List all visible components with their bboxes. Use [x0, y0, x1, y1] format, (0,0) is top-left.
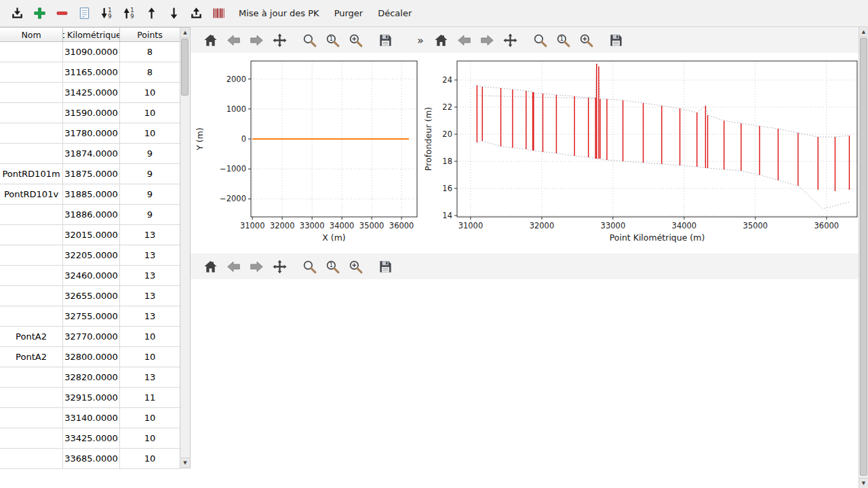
delete-button[interactable] — [52, 3, 72, 24]
import-button[interactable] — [7, 3, 27, 24]
table-row[interactable]: PontRD101m31875.00009 — [0, 164, 180, 184]
zoom-original-button[interactable]: 1 — [323, 258, 341, 275]
table-row[interactable]: 31780.000010 — [0, 123, 180, 144]
home-button[interactable] — [201, 258, 219, 275]
scroll-up-icon[interactable]: ▲ — [180, 28, 190, 38]
sort-desc-button[interactable]: 19 — [96, 3, 117, 24]
home-icon — [433, 33, 449, 48]
table-row[interactable]: 32755.000013 — [0, 306, 180, 327]
back-button[interactable] — [224, 258, 242, 275]
forward-button[interactable] — [248, 258, 265, 275]
save-figure-button[interactable] — [376, 31, 394, 49]
table-row[interactable]: PontA232770.000010 — [0, 327, 180, 347]
table-scrollbar[interactable]: ▲ ▼ — [180, 28, 190, 468]
cell-points: 10 — [120, 428, 180, 449]
table-row[interactable]: 33425.000010 — [0, 428, 180, 449]
table-row[interactable]: 32820.000013 — [0, 367, 180, 388]
zoom-button[interactable] — [300, 258, 318, 275]
add-button[interactable] — [29, 3, 50, 24]
table-row[interactable]: 32915.000011 — [0, 388, 180, 408]
svg-text:20: 20 — [442, 129, 452, 139]
forward-button[interactable] — [248, 31, 265, 49]
column-header-points[interactable]: Points — [120, 28, 180, 41]
y-axis-label: Y (m) — [195, 127, 205, 151]
table-row[interactable]: 32655.000013 — [0, 286, 180, 306]
svg-text:34000: 34000 — [330, 221, 355, 230]
table-row[interactable]: 33140.000010 — [0, 408, 180, 428]
zoom-icon — [302, 33, 317, 48]
pan-icon — [272, 33, 288, 48]
window-scrollbar[interactable]: ▲ ▼ — [859, 27, 868, 488]
purge-button[interactable]: Purger — [328, 5, 370, 22]
scroll-up-icon[interactable]: ▲ — [859, 27, 868, 37]
zoom-button[interactable] — [300, 31, 318, 49]
cell-point-kilometrique: 32770.0000 — [63, 327, 120, 347]
table-row[interactable]: 32205.000013 — [0, 245, 180, 266]
edit-button[interactable] — [74, 3, 94, 24]
window-scrollbar-thumb[interactable] — [860, 38, 867, 476]
zoom-original-button[interactable]: 1 — [554, 31, 572, 49]
export-button[interactable] — [186, 3, 206, 24]
svg-text:1: 1 — [329, 35, 332, 42]
table-row[interactable]: 32460.000013 — [0, 266, 180, 286]
cell-nom — [0, 42, 63, 62]
table-row[interactable]: 31886.00009 — [0, 205, 180, 225]
zoom-button[interactable] — [531, 31, 549, 49]
column-header-nom[interactable]: Nom — [0, 28, 63, 41]
zoom-one-icon: 1 — [325, 259, 340, 274]
home-button[interactable] — [432, 31, 450, 49]
sort-asc-button[interactable]: 19 — [119, 3, 139, 24]
toolbar-overflow-chevrons[interactable]: » — [417, 34, 424, 47]
update-pk-button[interactable]: Mise à jour des PK — [232, 5, 326, 22]
zoom-rect-button[interactable] — [347, 258, 364, 275]
scroll-down-icon[interactable]: ▼ — [859, 478, 868, 488]
svg-text:36000: 36000 — [389, 221, 414, 230]
save-icon — [378, 33, 393, 48]
cell-point-kilometrique: 32820.0000 — [63, 367, 120, 388]
cell-points: 10 — [120, 103, 180, 123]
table-row[interactable]: 32015.000013 — [0, 225, 180, 245]
cell-point-kilometrique: 32460.0000 — [63, 266, 120, 286]
y-axis-label: Profondeur (m) — [423, 107, 433, 171]
table-row[interactable]: 33685.000010 — [0, 449, 180, 469]
forward-button[interactable] — [478, 31, 496, 49]
zoom-original-button[interactable]: 1 — [323, 31, 341, 49]
column-header-point-kilometrique[interactable]: t Kilométrique — [63, 28, 120, 41]
shift-button[interactable]: Décaler — [371, 5, 418, 22]
table-row[interactable]: PontA232800.000010 — [0, 347, 180, 367]
svg-text:22: 22 — [442, 102, 452, 112]
table-row[interactable]: 31874.00009 — [0, 144, 180, 164]
plan-view-chart[interactable]: 310003200033000340003500036000−2000−1000… — [193, 53, 422, 253]
arrow-down-icon — [167, 6, 181, 20]
table-row[interactable]: 31090.00008 — [0, 42, 180, 62]
barcode-button[interactable] — [208, 3, 229, 24]
zoom-rect-button[interactable] — [347, 31, 364, 49]
table-row[interactable]: 31165.00008 — [0, 62, 180, 83]
svg-text:36000: 36000 — [814, 221, 840, 230]
back-button[interactable] — [455, 31, 473, 49]
pan-button[interactable] — [271, 258, 288, 275]
table-row[interactable]: 31590.000010 — [0, 103, 180, 123]
cell-point-kilometrique: 32015.0000 — [63, 225, 120, 245]
svg-text:1: 1 — [559, 35, 563, 42]
cell-nom — [0, 205, 63, 225]
save-figure-button[interactable] — [376, 258, 394, 275]
pan-button[interactable] — [271, 31, 288, 49]
table-scrollbar-thumb[interactable] — [181, 39, 189, 96]
zoom-rect-button[interactable] — [577, 31, 595, 49]
move-down-button[interactable] — [163, 3, 184, 24]
cell-points: 13 — [120, 306, 180, 327]
svg-text:2000: 2000 — [226, 75, 246, 84]
table-row[interactable]: PontRD101v31885.00009 — [0, 184, 180, 205]
save-figure-button[interactable] — [607, 31, 625, 49]
depth-profile-chart[interactable]: 3100032000330003400035000360001416182022… — [420, 53, 859, 253]
scroll-down-icon[interactable]: ▼ — [180, 458, 190, 468]
move-up-button[interactable] — [141, 3, 161, 24]
table-header-row: Nom t Kilométrique Points — [0, 28, 180, 42]
home-button[interactable] — [201, 31, 219, 49]
cell-point-kilometrique: 31874.0000 — [63, 144, 120, 164]
empty-figure-area — [191, 279, 859, 488]
back-button[interactable] — [224, 31, 242, 49]
pan-button[interactable] — [501, 31, 519, 49]
table-row[interactable]: 31425.000010 — [0, 83, 180, 103]
